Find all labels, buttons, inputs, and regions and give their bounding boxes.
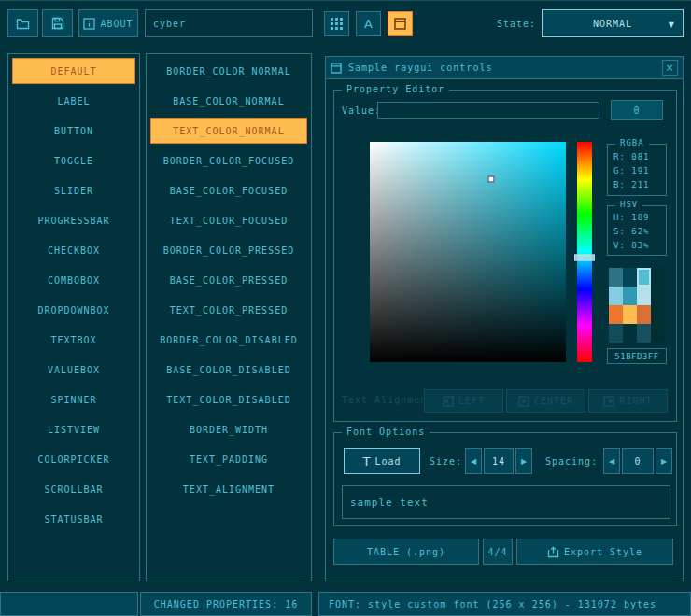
export-table-format-button[interactable]: TABLE (.png) — [333, 539, 479, 565]
state-dropdown[interactable]: NORMAL ▼ — [542, 9, 684, 37]
control-item-slider[interactable]: SLIDER — [12, 177, 135, 203]
value-counter-box[interactable]: 0 — [611, 100, 663, 120]
hsv-group-label: HSV — [615, 200, 642, 209]
property-item-text_color_disabled[interactable]: TEXT_COLOR_DISABLED — [150, 386, 307, 413]
style-swatch-5[interactable] — [623, 287, 637, 305]
load-font-button[interactable]: T Load — [344, 448, 420, 474]
property-item-text_color_normal[interactable]: TEXT_COLOR_NORMAL — [150, 118, 307, 144]
about-button[interactable]: ABOUT — [78, 9, 138, 37]
align-right-button[interactable]: RIGHT — [588, 389, 668, 413]
align-left-button[interactable]: LEFT — [424, 389, 503, 413]
font-size-decrement-button[interactable]: ◀ — [465, 448, 482, 474]
control-item-spinner[interactable]: SPINNER — [12, 386, 135, 413]
property-item-border_width[interactable]: BORDER_WIDTH — [150, 416, 307, 442]
control-item-button[interactable]: BUTTON — [12, 118, 135, 144]
hex-color-box[interactable]: 51BFD3FF — [607, 348, 667, 364]
control-item-textbox[interactable]: TEXTBOX — [12, 327, 135, 353]
arrow-right-icon: ▶ — [661, 457, 667, 466]
open-style-button[interactable] — [7, 9, 38, 37]
style-swatch-4[interactable] — [609, 287, 623, 305]
control-item-colorpicker[interactable]: COLORPICKER — [12, 446, 135, 472]
property-item-base_color_disabled[interactable]: BASE_COLOR_DISABLED — [150, 357, 307, 383]
control-item-scrollbar[interactable]: SCROLLBAR — [12, 476, 135, 502]
font-spacing-valuebox[interactable]: 0 — [622, 448, 654, 474]
property-item-border_color_pressed[interactable]: BORDER_COLOR_PRESSED — [150, 237, 307, 263]
property-item-text_color_focused[interactable]: TEXT_COLOR_FOCUSED — [150, 207, 307, 233]
font-spacing-decrement-button[interactable]: ◀ — [603, 448, 620, 474]
value-input[interactable] — [377, 102, 599, 119]
style-swatch-12[interactable] — [609, 324, 623, 343]
rgba-r-value: R: 081 — [613, 152, 650, 161]
align-right-icon — [603, 396, 614, 407]
view-style-table-button[interactable] — [324, 11, 349, 36]
align-center-button[interactable]: CENTER — [506, 389, 585, 413]
font-size-increment-button[interactable]: ▶ — [515, 448, 532, 474]
control-item-statusbar[interactable]: STATUSBAR — [12, 506, 135, 532]
property-item-base_color_focused[interactable]: BASE_COLOR_FOCUSED — [150, 177, 307, 203]
property-item-base_color_normal[interactable]: BASE_COLOR_NORMAL — [150, 88, 307, 114]
style-swatch-2[interactable] — [637, 268, 651, 287]
control-item-checkbox[interactable]: CHECKBOX — [12, 237, 135, 263]
style-swatch-8[interactable] — [609, 305, 623, 324]
property-item-border_color_disabled[interactable]: BORDER_COLOR_DISABLED — [150, 327, 307, 353]
style-swatch-14[interactable] — [637, 324, 651, 343]
toolbar-divider — [0, 0, 691, 1]
property-item-text_padding[interactable]: TEXT_PADDING — [150, 446, 307, 472]
style-swatch-13[interactable] — [623, 324, 637, 343]
hsv-s-value: S: 62% — [613, 227, 650, 236]
load-font-button-label: Load — [374, 456, 401, 467]
property-editor-group-label: Property Editor — [342, 84, 449, 94]
view-color-panel-button[interactable] — [388, 11, 413, 36]
property-item-border_color_focused[interactable]: BORDER_COLOR_FOCUSED — [150, 147, 307, 174]
style-swatch-1[interactable] — [623, 268, 637, 287]
color-panel-icon — [394, 18, 406, 30]
property-item-text_alignment[interactable]: TEXT_ALIGNMENT — [150, 476, 307, 502]
controls-list: DEFAULTLABELBUTTONTOGGLESLIDERPROGRESSBA… — [7, 53, 140, 581]
control-item-label[interactable]: LABEL — [12, 88, 135, 114]
color-panel[interactable] — [370, 142, 566, 362]
control-item-default[interactable]: DEFAULT — [12, 58, 135, 84]
changed-properties-text: CHANGED PROPERTIES: 16 — [154, 599, 298, 609]
style-swatch-3[interactable] — [651, 268, 665, 287]
style-swatch-15[interactable] — [651, 324, 665, 343]
style-name-input[interactable] — [145, 9, 313, 37]
control-item-toggle[interactable]: TOGGLE — [12, 147, 135, 174]
table-pages-valuebox[interactable]: 4/4 — [483, 539, 513, 565]
save-file-icon — [51, 17, 64, 30]
close-icon[interactable]: × — [662, 60, 678, 76]
control-item-listview[interactable]: LISTVIEW — [12, 416, 135, 442]
view-font-button[interactable]: A — [356, 11, 381, 36]
font-sample-textbox[interactable] — [342, 485, 670, 519]
font-info-text: FONT: style custom font (256 x 256) - 13… — [329, 599, 656, 609]
font-spacing-increment-button[interactable]: ▶ — [656, 448, 672, 474]
control-item-dropdownbox[interactable]: DROPDOWNBOX — [12, 297, 135, 323]
property-item-border_color_normal[interactable]: BORDER_COLOR_NORMAL — [150, 58, 307, 84]
control-item-progressbar[interactable]: PROGRESSBAR — [12, 207, 135, 233]
chevron-down-icon: ▼ — [669, 21, 674, 29]
about-button-label: ABOUT — [100, 19, 133, 29]
control-item-valuebox[interactable]: VALUEBOX — [12, 357, 135, 383]
property-item-text_color_pressed[interactable]: TEXT_COLOR_PRESSED — [150, 297, 307, 323]
font-size-valuebox[interactable]: 14 — [484, 448, 514, 474]
statusbar-left — [0, 592, 138, 616]
style-swatch-10[interactable] — [637, 305, 651, 324]
style-swatch-0[interactable] — [609, 268, 623, 287]
font-options-group-label: Font Options — [342, 427, 430, 437]
hue-slider-cursor — [574, 254, 595, 260]
state-dropdown-value: NORMAL — [593, 19, 632, 29]
control-item-combobox[interactable]: COMBOBOX — [12, 267, 135, 293]
style-swatch-6[interactable] — [637, 287, 651, 305]
font-options-group: Font Options T Load Size: ◀ 14 ▶ Spacing… — [333, 432, 677, 526]
hue-slider[interactable] — [577, 142, 592, 362]
save-style-button[interactable] — [42, 9, 73, 37]
style-swatch-11[interactable] — [651, 305, 665, 324]
arrow-right-icon: ▶ — [521, 457, 527, 466]
hsv-h-value: H: 189 — [613, 213, 650, 222]
state-label: State: — [497, 19, 536, 29]
property-item-base_color_pressed[interactable]: BASE_COLOR_PRESSED — [150, 267, 307, 293]
style-swatch-9[interactable] — [623, 305, 637, 324]
grid-icon — [331, 18, 343, 30]
export-style-button[interactable]: Export Style — [516, 539, 673, 565]
style-swatch-7[interactable] — [651, 287, 665, 305]
export-style-button-label: Export Style — [564, 547, 642, 557]
